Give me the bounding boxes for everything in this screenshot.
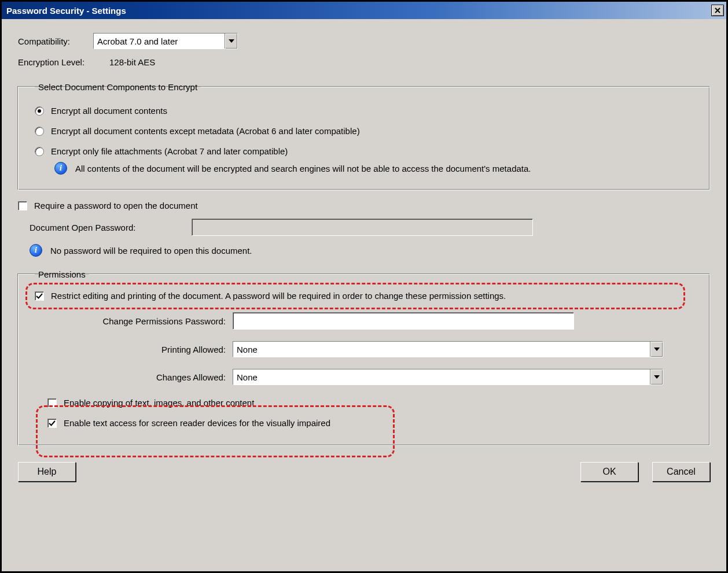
restrict-editing-label: Restrict editing and printing of the doc… bbox=[51, 291, 506, 301]
require-open-password-label: Require a password to open the document bbox=[34, 201, 198, 210]
enable-copying-label: Enable copying of text, images, and othe… bbox=[64, 398, 254, 408]
permissions-group: Permissions Restrict editing and printin… bbox=[18, 269, 710, 446]
encrypt-components-legend: Select Document Components to Encrypt bbox=[35, 82, 201, 92]
printing-allowed-select[interactable]: None bbox=[233, 341, 663, 357]
restrict-editing-checkbox[interactable]: Restrict editing and printing of the doc… bbox=[35, 291, 698, 301]
changes-allowed-label: Changes Allowed: bbox=[35, 372, 233, 382]
checkmark-icon bbox=[49, 420, 56, 427]
document-open-password-input[interactable] bbox=[192, 219, 533, 236]
encryption-level-value: 128-bit AES bbox=[109, 57, 155, 67]
close-icon bbox=[715, 8, 720, 13]
require-open-password-checkbox[interactable]: Require a password to open the document bbox=[18, 201, 710, 210]
encrypt-info-text: All contents of the document will be enc… bbox=[75, 164, 531, 173]
document-open-password-row: Document Open Password: bbox=[30, 219, 710, 236]
button-bar: Help OK Cancel bbox=[18, 462, 710, 482]
change-permissions-password-row: Change Permissions Password: bbox=[35, 312, 698, 330]
encrypt-components-group: Select Document Components to Encrypt En… bbox=[18, 82, 710, 190]
printing-allowed-row: Printing Allowed: None bbox=[35, 341, 698, 357]
highlight-enable-options bbox=[36, 405, 395, 457]
info-icon: i bbox=[30, 244, 42, 257]
encryption-level-label: Encryption Level: bbox=[18, 57, 109, 67]
document-open-password-label: Document Open Password: bbox=[30, 223, 192, 232]
dropdown-arrow-icon bbox=[650, 369, 663, 385]
printing-allowed-label: Printing Allowed: bbox=[35, 345, 233, 354]
enable-copying-checkbox[interactable]: Enable copying of text, images, and othe… bbox=[47, 398, 698, 408]
checkbox-icon bbox=[18, 201, 27, 210]
ok-button[interactable]: OK bbox=[580, 462, 638, 482]
change-permissions-password-input[interactable] bbox=[233, 312, 574, 330]
enable-screenreader-checkbox[interactable]: Enable text access for screen reader dev… bbox=[47, 418, 698, 428]
open-password-info-text: No password will be required to open thi… bbox=[50, 246, 252, 256]
open-password-info-row: i No password will be required to open t… bbox=[30, 244, 710, 257]
help-button-label: Help bbox=[38, 467, 57, 477]
encryption-level-row: Encryption Level: 128-bit AES bbox=[18, 57, 710, 67]
encrypt-attachments-label: Encrypt only file attachments (Acrobat 7… bbox=[51, 146, 288, 156]
window-title: Password Security - Settings bbox=[6, 6, 126, 16]
encrypt-all-label: Encrypt all document contents bbox=[51, 106, 167, 116]
help-button[interactable]: Help bbox=[18, 462, 76, 482]
encrypt-except-metadata-label: Encrypt all document contents except met… bbox=[51, 126, 360, 136]
close-button[interactable] bbox=[711, 5, 724, 16]
checkmark-icon bbox=[36, 293, 43, 300]
cancel-button[interactable]: Cancel bbox=[652, 462, 710, 482]
password-security-settings-dialog: Password Security - Settings Compatibili… bbox=[0, 0, 728, 573]
radio-icon bbox=[35, 106, 44, 116]
compatibility-select[interactable]: Acrobat 7.0 and later bbox=[93, 33, 238, 49]
dropdown-arrow-icon bbox=[225, 34, 237, 49]
checkbox-icon bbox=[47, 419, 57, 428]
dropdown-arrow-icon bbox=[650, 342, 663, 357]
changes-allowed-select[interactable]: None bbox=[233, 369, 663, 385]
compatibility-row: Compatibility: Acrobat 7.0 and later bbox=[18, 33, 710, 49]
ok-button-label: OK bbox=[602, 467, 616, 477]
checkbox-icon bbox=[47, 398, 57, 408]
compatibility-label: Compatibility: bbox=[18, 36, 93, 46]
radio-icon bbox=[35, 147, 44, 156]
enable-screenreader-label: Enable text access for screen reader dev… bbox=[64, 418, 330, 428]
permissions-legend: Permissions bbox=[35, 269, 89, 279]
change-permissions-password-label: Change Permissions Password: bbox=[35, 316, 233, 326]
compatibility-value: Acrobat 7.0 and later bbox=[94, 36, 225, 46]
checkbox-icon bbox=[35, 291, 44, 301]
encrypt-all-radio-row[interactable]: Encrypt all document contents bbox=[35, 106, 698, 116]
radio-icon bbox=[35, 127, 44, 136]
changes-allowed-row: Changes Allowed: None bbox=[35, 369, 698, 385]
printing-allowed-value: None bbox=[233, 345, 650, 354]
encrypt-info-row: i All contents of the document will be e… bbox=[54, 162, 698, 175]
encrypt-except-metadata-radio-row[interactable]: Encrypt all document contents except met… bbox=[35, 126, 698, 136]
changes-allowed-value: None bbox=[233, 372, 650, 382]
info-icon: i bbox=[54, 162, 67, 175]
encrypt-attachments-radio-row[interactable]: Encrypt only file attachments (Acrobat 7… bbox=[35, 146, 698, 156]
titlebar: Password Security - Settings bbox=[2, 2, 726, 19]
cancel-button-label: Cancel bbox=[667, 467, 696, 477]
